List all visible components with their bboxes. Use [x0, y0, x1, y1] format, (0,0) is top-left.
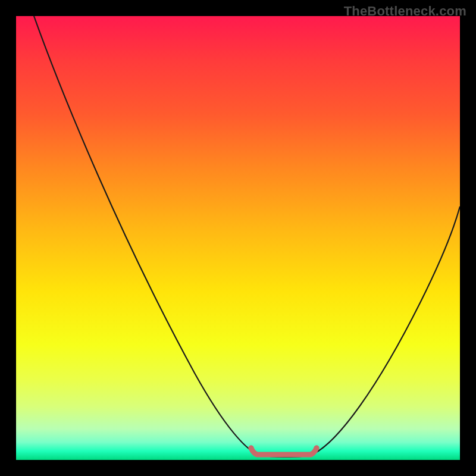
watermark-text: TheBottleneck.com	[344, 4, 466, 19]
bottleneck-curve	[16, 16, 460, 460]
valley-marker	[251, 448, 317, 455]
valley-marker-dot-right	[314, 446, 320, 451]
valley-marker-dot-left	[249, 446, 254, 451]
curve-left-branch	[34, 16, 261, 455]
chart-frame: TheBottleneck.com	[0, 0, 476, 476]
curve-right-branch	[311, 206, 460, 455]
